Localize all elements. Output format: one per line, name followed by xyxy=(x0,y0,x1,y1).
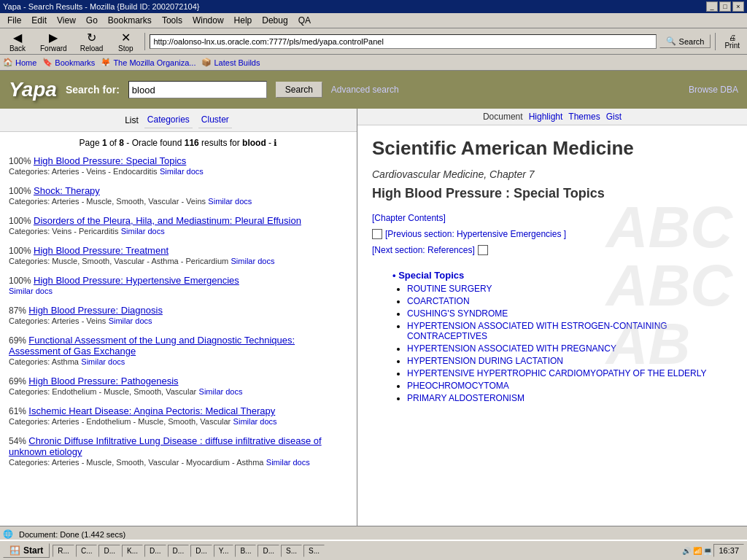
highlight-link[interactable]: Highlight xyxy=(529,112,563,122)
similar-4[interactable]: Similar docs xyxy=(9,287,53,295)
mozilla-icon: 🦊 xyxy=(101,58,111,67)
forward-button[interactable]: ▶ Forward xyxy=(35,28,72,55)
close-button[interactable]: × xyxy=(732,1,744,12)
reload-icon: ↻ xyxy=(87,31,96,44)
result-link-4[interactable]: High Blood Pressure: Hypertensive Emerge… xyxy=(34,275,239,286)
cluster-link[interactable]: Cluster xyxy=(198,112,232,128)
toc-item-2[interactable]: CUSHING'S SYNDROME xyxy=(407,308,508,319)
doc-subtitle: Cardiovascular Medicine, Chapter 7 xyxy=(372,168,732,180)
menu-view[interactable]: View xyxy=(53,15,80,26)
toc-item-0[interactable]: ROUTINE SURGERY xyxy=(407,284,492,294)
browse-dba-link[interactable]: Browse DBA xyxy=(689,85,738,95)
similar-1[interactable]: Similar docs xyxy=(208,197,252,206)
result-link-5[interactable]: High Blood Pressure: Diagnosis xyxy=(28,305,163,316)
similar-5[interactable]: Similar docs xyxy=(109,316,152,325)
page-info: Page 1 of 8 - Oracle found 116 results f… xyxy=(9,138,348,148)
next-section-link[interactable]: [Next section: References] xyxy=(372,245,475,255)
chapter-contents-link[interactable]: [Chapter Contents] xyxy=(372,213,446,223)
toc-item-6[interactable]: HYPERTENSIVE HYPERTROPHIC CARDIOMYOPATHY… xyxy=(407,368,707,378)
print-icon: 🖨 xyxy=(729,34,736,42)
menu-help[interactable]: Help xyxy=(230,15,257,26)
toc-item-1[interactable]: COARCTATION xyxy=(407,296,470,306)
taskbar: 🪟 Start R... C... D... K... D... D... D.… xyxy=(0,540,747,542)
bookmark-latest-builds[interactable]: 📦 Latest Builds xyxy=(201,58,260,67)
menu-bookmarks[interactable]: Bookmarks xyxy=(104,15,156,26)
print-button[interactable]: 🖨 Print xyxy=(720,32,744,51)
back-button[interactable]: ◀ Back xyxy=(3,28,32,55)
toc-item-4[interactable]: HYPERTENSION ASSOCIATED WITH PREGNANCY xyxy=(407,343,616,354)
similar-3[interactable]: Similar docs xyxy=(231,257,275,265)
minimize-button[interactable]: _ xyxy=(706,1,718,12)
main-content: List Categories Cluster Page 1 of 8 - Or… xyxy=(0,109,747,526)
categories-link[interactable]: Categories xyxy=(144,112,193,128)
yapa-search-button[interactable]: Search xyxy=(276,82,322,98)
back-label: Back xyxy=(9,44,26,52)
bookmark-home[interactable]: 🏠 Home xyxy=(3,58,36,67)
result-item: 100% Disorders of the Pleura, Hila, and … xyxy=(9,215,348,236)
menu-debug[interactable]: Debug xyxy=(258,15,292,26)
menu-window[interactable]: Window xyxy=(188,15,228,26)
left-panel: List Categories Cluster Page 1 of 8 - Or… xyxy=(0,109,357,526)
similar-9[interactable]: Similar docs xyxy=(266,458,310,467)
result-link-2[interactable]: Disorders of the Pleura, Hila, and Media… xyxy=(34,215,301,226)
advanced-search-link[interactable]: Advanced search xyxy=(331,85,399,95)
doc-title: Scientific American Medicine xyxy=(372,137,732,160)
toc: • Special Topics ROUTINE SURGERY COARCTA… xyxy=(378,270,732,403)
toc-item-3[interactable]: HYPERTENSION ASSOCIATED WITH ESTROGEN-CO… xyxy=(407,321,667,341)
next-checkbox xyxy=(478,245,488,255)
menu-go[interactable]: Go xyxy=(82,15,102,26)
bookmark-bookmarks[interactable]: 🔖 Bookmarks xyxy=(42,58,95,67)
address-input[interactable] xyxy=(150,34,656,49)
themes-link[interactable]: Themes xyxy=(568,112,600,122)
yapa-search-input[interactable] xyxy=(128,81,267,98)
result-link-1[interactable]: Shock: Therapy xyxy=(34,185,100,196)
bookmarks-bar: 🏠 Home 🔖 Bookmarks 🦊 The Mozilla Organiz… xyxy=(0,55,747,71)
menu-qa[interactable]: QA xyxy=(294,15,315,26)
right-toolbar: Document Highlight Themes Gist xyxy=(357,109,747,125)
gist-link[interactable]: Gist xyxy=(606,112,622,122)
toolbar-separator2 xyxy=(715,33,716,50)
maximize-button[interactable]: □ xyxy=(719,1,731,12)
menu-tools[interactable]: Tools xyxy=(158,15,187,26)
similar-7[interactable]: Similar docs xyxy=(199,387,243,396)
similar-8[interactable]: Similar docs xyxy=(233,417,277,426)
toc-heading[interactable]: Special Topics xyxy=(398,270,464,281)
stop-button[interactable]: ✕ Stop xyxy=(111,28,140,55)
window-controls: _ □ × xyxy=(706,1,744,12)
toc-item-7[interactable]: PHEOCHROMOCYTOMA xyxy=(407,381,509,391)
status-text: Document: Done (1.442 secs) xyxy=(19,530,125,539)
menu-file[interactable]: File xyxy=(3,15,26,26)
search-for-label: Search for: xyxy=(66,84,120,96)
result-link-3[interactable]: High Blood Pressure: Treatment xyxy=(34,245,169,256)
stop-label: Stop xyxy=(118,44,133,52)
result-item: 61% Ischemic Heart Disease: Angina Pecto… xyxy=(9,405,348,427)
result-item: 100% High Blood Pressure: Treatment Cate… xyxy=(9,245,348,266)
result-link-9[interactable]: Chronic Diffuse Infiltrative Lung Diseas… xyxy=(9,435,322,457)
similar-6[interactable]: Similar docs xyxy=(81,357,125,366)
prev-section-link[interactable]: [Previous section: Hypertensive Emergenc… xyxy=(385,229,566,239)
yapa-logo: Yapa xyxy=(9,78,57,101)
toc-item-5[interactable]: HYPERTENSION DURING LACTATION xyxy=(407,356,563,366)
result-item: 100% High Blood Pressure: Special Topics… xyxy=(9,155,348,176)
result-item: 69% Functional Assessment of the Lung an… xyxy=(9,335,348,367)
results-area: Page 1 of 8 - Oracle found 116 results f… xyxy=(0,132,357,482)
browser-search-button[interactable]: 🔍 Search xyxy=(659,34,711,48)
stop-icon: ✕ xyxy=(121,31,131,44)
reload-button[interactable]: ↻ Reload xyxy=(75,28,109,55)
menu-edit[interactable]: Edit xyxy=(27,15,51,26)
similar-0[interactable]: Similar docs xyxy=(160,167,204,176)
bookmark-mozilla[interactable]: 🦊 The Mozilla Organiza... xyxy=(101,58,196,67)
result-item: 87% High Blood Pressure: Diagnosis Categ… xyxy=(9,305,348,326)
result-link-6[interactable]: Functional Assessment of the Lung and Di… xyxy=(9,335,295,357)
builds-icon: 📦 xyxy=(201,58,212,67)
toc-item-8[interactable]: PRIMARY ALDOSTERONISM xyxy=(407,393,525,403)
prev-section: [Previous section: Hypertensive Emergenc… xyxy=(372,229,732,239)
result-link-8[interactable]: Ischemic Heart Disease: Angina Pectoris:… xyxy=(28,405,275,416)
result-item: 54% Chronic Diffuse Infiltrative Lung Di… xyxy=(9,435,348,467)
left-toolbar: List Categories Cluster xyxy=(0,109,357,132)
result-link-0[interactable]: High Blood Pressure: Special Topics xyxy=(34,155,186,166)
next-section: [Next section: References] xyxy=(372,245,732,255)
browser-toolbar: ◀ Back ▶ Forward ↻ Reload ✕ Stop 🔍 Searc… xyxy=(0,28,747,55)
result-link-7[interactable]: High Blood Pressure: Pathogenesis xyxy=(28,376,178,386)
similar-2[interactable]: Similar docs xyxy=(121,227,165,236)
